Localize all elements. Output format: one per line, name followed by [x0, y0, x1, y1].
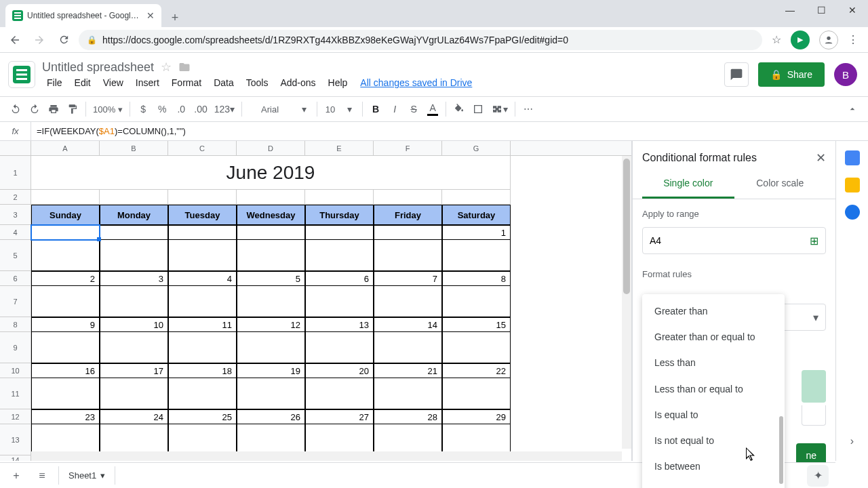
- col-header[interactable]: F: [374, 141, 442, 155]
- share-button[interactable]: 🔒 Share: [758, 62, 825, 87]
- cell[interactable]: 18: [168, 363, 237, 378]
- cell[interactable]: [31, 332, 100, 363]
- cell[interactable]: 7: [374, 271, 442, 286]
- merge-cells-button[interactable]: ▾: [488, 100, 511, 119]
- row-header[interactable]: 13: [0, 424, 31, 455]
- window-close-button[interactable]: ✕: [837, 0, 868, 20]
- italic-button[interactable]: I: [386, 100, 403, 119]
- col-header[interactable]: D: [237, 141, 305, 155]
- cell[interactable]: [305, 225, 374, 240]
- cell[interactable]: [31, 190, 100, 205]
- tab-single-color[interactable]: Single color: [642, 169, 734, 199]
- menu-file[interactable]: File: [42, 76, 67, 89]
- cell[interactable]: [237, 225, 305, 240]
- select-all-corner[interactable]: [0, 141, 31, 155]
- undo-button[interactable]: [7, 100, 24, 119]
- cell[interactable]: [100, 190, 168, 205]
- cell[interactable]: 29: [442, 409, 511, 424]
- cell[interactable]: [305, 190, 374, 205]
- cell[interactable]: 13: [305, 317, 374, 332]
- cell[interactable]: [237, 332, 305, 363]
- cell[interactable]: 27: [305, 409, 374, 424]
- cell[interactable]: [100, 240, 168, 271]
- cell[interactable]: [305, 332, 374, 363]
- collapse-toolbar-button[interactable]: [844, 100, 861, 119]
- keep-addon-icon[interactable]: [845, 178, 860, 192]
- dropdown-option[interactable]: Is not between: [642, 479, 785, 488]
- row-header[interactable]: 14: [0, 455, 31, 461]
- cell[interactable]: 5: [237, 271, 305, 286]
- menu-insert[interactable]: Insert: [131, 76, 164, 89]
- back-button[interactable]: [5, 30, 24, 49]
- row-header[interactable]: 8: [0, 317, 31, 332]
- more-formats-button[interactable]: 123▾: [212, 100, 237, 119]
- cell[interactable]: 25: [168, 409, 237, 424]
- menu-edit[interactable]: Edit: [70, 76, 96, 89]
- strikethrough-button[interactable]: S: [405, 100, 422, 119]
- cell[interactable]: [31, 240, 100, 271]
- cell[interactable]: [237, 190, 305, 205]
- cell[interactable]: [168, 286, 237, 317]
- cell[interactable]: [374, 190, 442, 205]
- account-avatar[interactable]: B: [834, 63, 857, 86]
- col-header[interactable]: B: [100, 141, 168, 155]
- selected-cell[interactable]: [31, 225, 100, 240]
- dropdown-option[interactable]: Less than or equal to: [642, 376, 785, 402]
- cell[interactable]: 2: [31, 271, 100, 286]
- move-folder-icon[interactable]: [178, 61, 191, 73]
- select-range-icon[interactable]: ⊞: [810, 235, 818, 247]
- row-header[interactable]: 6: [0, 271, 31, 286]
- vertical-scrollbar[interactable]: [622, 156, 631, 449]
- col-header[interactable]: G: [442, 141, 511, 155]
- cell[interactable]: [31, 378, 100, 409]
- dropdown-option[interactable]: Is not equal to: [642, 428, 785, 453]
- day-header[interactable]: Monday: [100, 205, 168, 225]
- cell[interactable]: [100, 378, 168, 409]
- cell[interactable]: 4: [168, 271, 237, 286]
- cell[interactable]: [442, 240, 511, 271]
- cell[interactable]: [305, 240, 374, 271]
- sheet-tab[interactable]: Sheet1 ▾: [58, 466, 115, 485]
- cell[interactable]: [100, 332, 168, 363]
- cell[interactable]: 10: [100, 317, 168, 332]
- cell[interactable]: [168, 378, 237, 409]
- cell[interactable]: [374, 286, 442, 317]
- cell[interactable]: [442, 332, 511, 363]
- cell[interactable]: 15: [442, 317, 511, 332]
- paint-format-button[interactable]: [64, 100, 81, 119]
- cell[interactable]: 9: [31, 317, 100, 332]
- cell[interactable]: 23: [31, 409, 100, 424]
- cell[interactable]: [374, 378, 442, 409]
- cell[interactable]: 11: [168, 317, 237, 332]
- row-header[interactable]: 1: [0, 156, 31, 190]
- more-toolbar-button[interactable]: ⋯: [519, 100, 537, 119]
- chevron-down-icon[interactable]: ▾: [100, 470, 105, 481]
- cell[interactable]: 17: [100, 363, 168, 378]
- dropdown-option[interactable]: Greater than or equal to: [642, 324, 785, 350]
- print-button[interactable]: [45, 100, 62, 119]
- cell[interactable]: [237, 286, 305, 317]
- window-minimize-button[interactable]: —: [774, 0, 806, 20]
- cell[interactable]: 8: [442, 271, 511, 286]
- forward-button[interactable]: [30, 30, 49, 49]
- fill-color-button[interactable]: [450, 100, 468, 119]
- col-header[interactable]: C: [168, 141, 237, 155]
- cell[interactable]: 1: [442, 225, 511, 240]
- row-header[interactable]: 4: [0, 225, 31, 240]
- document-title[interactable]: Untitled spreadsheet: [42, 60, 154, 75]
- font-select[interactable]: Arial: [246, 100, 294, 119]
- address-bar[interactable]: 🔒 https://docs.google.com/spreadsheets/d…: [79, 30, 762, 50]
- calendar-title[interactable]: June 2019: [31, 156, 511, 190]
- profile-icon[interactable]: [819, 30, 838, 49]
- hide-side-panel-button[interactable]: ›: [850, 435, 854, 447]
- cell[interactable]: [168, 240, 237, 271]
- chevron-down-icon[interactable]: ▾: [295, 100, 313, 119]
- dropdown-option[interactable]: Greater than: [642, 298, 785, 324]
- redo-button[interactable]: [26, 100, 43, 119]
- cell[interactable]: 22: [442, 363, 511, 378]
- bold-button[interactable]: B: [367, 100, 384, 119]
- new-tab-button[interactable]: +: [165, 8, 184, 27]
- day-header[interactable]: Thursday: [305, 205, 374, 225]
- explore-button[interactable]: ✦: [807, 465, 829, 487]
- extension-icon[interactable]: ▶: [791, 30, 810, 49]
